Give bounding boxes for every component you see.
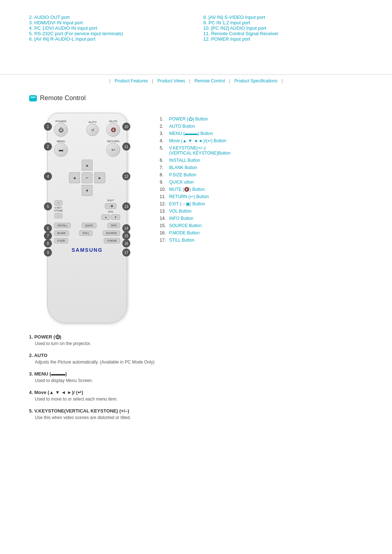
list-text: INFO Button xyxy=(169,216,193,221)
blank-button[interactable]: BLANK xyxy=(54,230,69,236)
vkey-minus-button[interactable]: – xyxy=(54,213,62,218)
source-button[interactable]: SOURCE xyxy=(103,230,120,236)
vol-up-button[interactable]: ▲ xyxy=(101,214,110,220)
badge-1: 1 xyxy=(44,123,52,131)
row-menu-return: 2 MENU ▬ RETURN ↩ 11 xyxy=(54,140,120,157)
psize-button[interactable]: P.SIZE xyxy=(54,238,68,243)
remote-list-item-8: 8.P.SIZE Button xyxy=(160,172,363,177)
port-10[interactable]: 10. [PC IN2] AUDIO Input port xyxy=(203,25,363,31)
list-text: INSTALL Button xyxy=(169,158,200,163)
return-icon: ↩ xyxy=(111,147,115,152)
list-num: 4. xyxy=(160,138,167,143)
badge-16: 16 xyxy=(122,239,130,247)
list-text: BLANK Button xyxy=(169,165,197,170)
desc-item-4: 4. Move (▲ ▼ ◄ ►)/ (↵)Used to move to or… xyxy=(29,390,363,402)
list-num: 3. xyxy=(160,131,167,136)
list-text: EXIT (→▣) Button xyxy=(169,201,205,206)
return-label: RETURN xyxy=(107,140,119,143)
vol-label: VOL xyxy=(108,210,114,213)
list-text: MUTE (🔇) Button xyxy=(169,187,205,192)
dpad-right-button[interactable]: ► xyxy=(94,172,105,183)
badge-17: 17 xyxy=(122,249,130,257)
remote-list-item-1: 1.POWER (⏻) Button xyxy=(160,116,363,122)
still-button[interactable]: STILL xyxy=(79,230,93,236)
port-right-column: 8. [AV IN] S-VIDEO Input port9. PC IN 1,… xyxy=(203,15,363,42)
list-text: RETURN (↩) Button xyxy=(169,194,209,199)
nav-sep-2: | xyxy=(189,78,190,83)
badge-5: 5 xyxy=(44,202,52,210)
port-2[interactable]: 2. AUDIO OUT port xyxy=(29,15,189,20)
dpad-center-button[interactable]: ↵ xyxy=(82,172,93,183)
desc-text: Use this when video scenes are distorted… xyxy=(35,415,363,420)
badge-14: 14 xyxy=(122,224,130,232)
port-9[interactable]: 9. PC IN 1,2 Input port xyxy=(203,20,363,25)
dpad-down-button[interactable]: ▼ xyxy=(82,185,93,196)
info-button[interactable]: INFO xyxy=(107,223,120,228)
mute-button[interactable]: 🔇 xyxy=(106,123,120,137)
nav-link-features[interactable]: Product Features xyxy=(115,78,148,83)
desc-title: 1. POWER (⏻) xyxy=(29,334,363,340)
port-11[interactable]: 11. Remote Control Signal Receiver xyxy=(203,31,363,36)
list-num: 1. xyxy=(160,116,167,122)
list-num: 12. xyxy=(160,201,167,206)
vkeystone-section: + V.KEY-STONE – xyxy=(54,200,63,219)
dpad-left-button[interactable]: ◄ xyxy=(69,172,80,183)
remote-list-item-6: 6.INSTALL Button xyxy=(160,158,363,163)
remote-list-item-13: 13.VOL Button xyxy=(160,209,363,214)
remote-list-item-16: 16.P.MODE Button xyxy=(160,230,363,235)
power-label: POWER xyxy=(56,120,66,123)
svg-rect-1 xyxy=(30,97,36,98)
port-left-column: 2. AUDIO OUT port3. HDMI/DVI IN Input po… xyxy=(29,15,189,42)
nav-link-remote[interactable]: Remote Control xyxy=(195,78,225,83)
list-text: VOL Button xyxy=(169,209,192,214)
port-6[interactable]: 6. [AV IN] R-AUDIO-L Input port xyxy=(29,36,189,42)
auto-button[interactable]: ↺ xyxy=(86,124,99,136)
mute-icon: 🔇 xyxy=(111,127,116,132)
navigation-bar: | Product Features | Product Views | Rem… xyxy=(0,74,392,87)
vol-buttons: ▲ ▼ xyxy=(101,214,120,220)
remote-list-item-7: 7.BLANK Button xyxy=(160,165,363,170)
desc-item-3: 3. MENU (▬▬▬)Used to display Menu Screen… xyxy=(29,371,363,383)
vol-down-button[interactable]: ▼ xyxy=(111,214,120,220)
list-text: AUTO Button xyxy=(169,124,195,129)
blank-still-source-row: 7 BLANK STILL SOURCE 15 xyxy=(54,230,120,236)
section-title-text: Remote Control xyxy=(40,94,86,102)
menu-button[interactable]: ▬ xyxy=(54,143,68,157)
pmode-button[interactable]: P.MODE xyxy=(104,238,120,243)
port-3[interactable]: 3. HDMI/DVI IN Input port xyxy=(29,20,189,25)
list-text: V.KEYSTONE(+/–)(VERTICAL KEYSTONE)Button xyxy=(169,145,230,156)
quick-button[interactable]: QUICK xyxy=(82,223,96,228)
port-12[interactable]: 12. POWER Input port xyxy=(203,36,363,42)
psize-pmode-row: 8 P.SIZE P.MODE 16 xyxy=(54,238,120,243)
port-list: 2. AUDIO OUT port3. HDMI/DVI IN Input po… xyxy=(29,15,363,42)
port-8[interactable]: 8. [AV IN] S-VIDEO Input port xyxy=(203,15,363,20)
badge-6: 6 xyxy=(44,224,52,232)
list-num: 2. xyxy=(160,124,167,129)
menu-label: MENU xyxy=(57,140,65,143)
vkey-plus-button[interactable]: + xyxy=(54,200,62,206)
list-num: 16. xyxy=(160,230,167,235)
power-button[interactable]: ⏻ xyxy=(54,123,68,137)
remote-list-item-17: 17.STILL Button xyxy=(160,238,363,243)
remote-list-item-3: 3.MENU (▬▬▬) Button xyxy=(160,131,363,136)
port-4[interactable]: 4. PC 1/DVI AUDIO IN Input port xyxy=(29,25,189,31)
nav-link-views[interactable]: Product Views xyxy=(157,78,185,83)
menu-icon: ▬ xyxy=(59,147,63,152)
dpad-up-button[interactable]: ▲ xyxy=(82,160,93,171)
dpad-area: ▲ ◄ ↵ ► ▼ 4 12 xyxy=(54,160,120,196)
auto-label-remote: AUTO xyxy=(89,120,97,124)
desc-title: 3. MENU (▬▬▬) xyxy=(29,371,363,377)
port-5[interactable]: 5. RS-232C port (For service input termi… xyxy=(29,31,189,36)
return-button[interactable]: ↩ xyxy=(106,143,120,157)
badge-12: 12 xyxy=(122,172,130,180)
remote-body: 1 POWER ⏻ AUTO ↺ MUTE 🔇 xyxy=(47,113,127,323)
list-num: 9. xyxy=(160,180,167,185)
nav-link-specs[interactable]: Product Specifications xyxy=(234,78,278,83)
exit-button[interactable]: →▣ xyxy=(105,203,117,209)
remote-list-item-11: 11.RETURN (↩) Button xyxy=(160,194,363,199)
nav-sep-1: | xyxy=(152,78,153,83)
desc-item-5: 5. V.KEYSTONE(VERTICAL KEYSTONE) (+/–)Us… xyxy=(29,408,363,420)
badge-11: 11 xyxy=(122,143,130,151)
install-button[interactable]: INSTALL xyxy=(54,223,71,228)
desc-text: Used to turn on the projector. xyxy=(35,341,363,346)
